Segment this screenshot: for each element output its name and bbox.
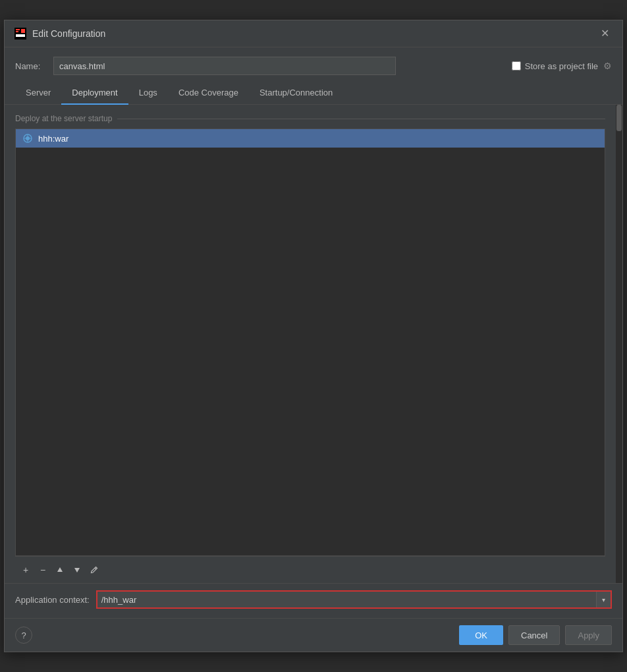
remove-button[interactable]: − [35,562,51,578]
tab-logs[interactable]: Logs [128,82,168,105]
scrollbar-thumb[interactable] [616,105,622,131]
name-input[interactable] [53,57,396,75]
deploy-item[interactable]: hhh:war [16,129,605,148]
main-panel: Deploy at the server startup hhh:war [5,105,616,583]
svg-marker-9 [57,567,63,572]
deploy-item-name: hhh:war [38,134,68,144]
war-icon [22,133,33,144]
apply-button[interactable]: Apply [565,625,612,645]
edit-button[interactable] [86,562,102,578]
content-area: Deploy at the server startup hhh:war [5,105,622,583]
footer: ? OK Cancel Apply [5,618,622,652]
store-project-group: Store as project file ⚙ [512,61,612,71]
app-context-input[interactable] [97,592,596,607]
tabs-bar: Server Deployment Logs Code Coverage Sta… [5,82,622,105]
tab-startup-connection[interactable]: Startup/Connection [249,82,343,105]
name-row: Name: Store as project file ⚙ [5,47,622,82]
scrollbar[interactable] [616,105,622,583]
svg-line-11 [95,568,96,569]
tab-server[interactable]: Server [15,82,61,105]
gear-icon[interactable]: ⚙ [603,61,612,71]
app-context-dropdown-button[interactable]: ▾ [596,592,611,607]
svg-rect-2 [16,31,18,32]
add-button[interactable]: + [18,562,34,578]
title-bar: Edit Configuration ✕ [5,20,622,47]
ok-button[interactable]: OK [459,625,503,645]
tab-code-coverage[interactable]: Code Coverage [168,82,249,105]
app-logo-icon [14,27,27,40]
scrollbar-track [616,105,622,583]
svg-marker-10 [74,568,80,573]
svg-rect-1 [16,29,20,30]
cancel-button[interactable]: Cancel [508,625,560,645]
app-context-input-wrapper: ▾ [96,590,612,609]
app-context-label: Application context: [15,595,90,605]
store-as-project-checkbox[interactable] [512,61,521,70]
dialog-title: Edit Configuration [32,28,105,39]
edit-configuration-dialog: Edit Configuration ✕ Name: Store as proj… [4,20,623,652]
tab-deployment[interactable]: Deployment [61,82,128,105]
help-button[interactable]: ? [15,627,32,644]
store-as-project-label: Store as project file [525,61,598,71]
app-context-row: Application context: ▾ [5,583,622,618]
name-label: Name: [15,61,47,71]
svg-rect-4 [16,34,25,37]
move-down-button[interactable] [69,562,85,578]
move-up-button[interactable] [52,562,68,578]
deploy-section-label: Deploy at the server startup [15,114,605,123]
deploy-toolbar: + − [15,556,605,583]
svg-rect-3 [21,29,25,33]
deploy-list: hhh:war [15,128,605,556]
close-button[interactable]: ✕ [597,27,613,40]
